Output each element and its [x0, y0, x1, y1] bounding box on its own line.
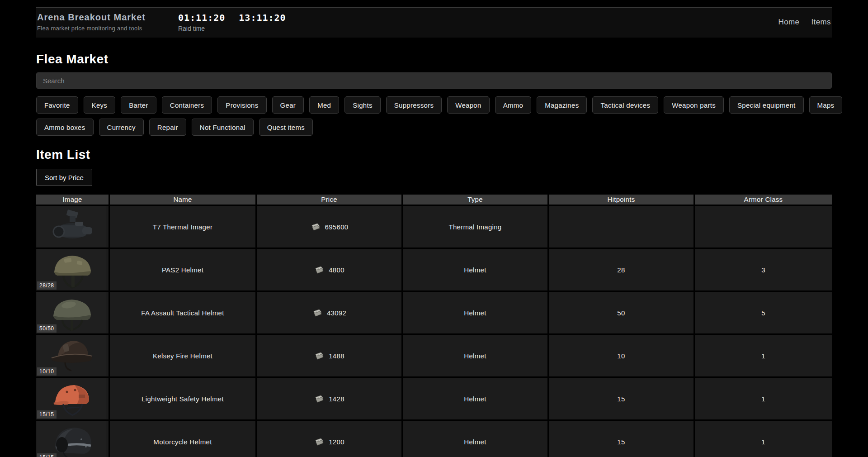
app-container: Arena Breakout Market Flea market price …	[36, 7, 832, 457]
item-price: 4800	[329, 266, 344, 274]
item-price: 1488	[329, 352, 344, 360]
item-price-cell: 1200	[257, 421, 401, 457]
nav-link-home[interactable]: Home	[778, 18, 799, 27]
item-armor-class: 1	[695, 421, 832, 457]
durability-badge: 10/10	[37, 367, 57, 376]
filter-quest-items[interactable]: Quest items	[259, 119, 313, 136]
money-bundle-icon	[314, 395, 325, 403]
table-row-cell-image	[36, 206, 108, 248]
filter-magazines[interactable]: Magazines	[537, 96, 587, 114]
filter-tactical-devices[interactable]: Tactical devices	[592, 96, 658, 114]
item-price-cell: 695600	[257, 206, 401, 248]
item-image-combat-helmet-tan[interactable]: 28/28	[37, 249, 106, 290]
search-bar	[36, 72, 832, 89]
money-bundle-icon	[312, 309, 323, 317]
item-price-cell: 1428	[257, 378, 401, 419]
column-header-type: Type	[403, 195, 547, 205]
item-name: PAS2 Helmet	[110, 249, 255, 290]
table-row-cell-image: 15/15	[36, 421, 108, 457]
money-bundle-icon	[314, 438, 325, 446]
filter-weapon-parts[interactable]: Weapon parts	[664, 96, 724, 114]
filter-favorite[interactable]: Favorite	[36, 96, 78, 114]
item-hitpoints: 50	[549, 292, 693, 333]
item-image-motorcycle-helmet-black[interactable]: 15/15	[37, 421, 106, 457]
item-armor-class	[695, 206, 832, 248]
item-hitpoints	[549, 206, 693, 248]
item-image-thermal-imager[interactable]	[37, 206, 106, 247]
item-armor-class: 1	[695, 335, 832, 376]
search-input[interactable]	[36, 72, 832, 89]
motorcycle-helmet-black-icon	[37, 421, 106, 457]
filter-gear[interactable]: Gear	[272, 96, 304, 114]
column-header-armor-class: Armor Class	[695, 195, 832, 205]
item-price-cell: 43092	[257, 292, 401, 333]
item-name: Kelsey Fire Helmet	[110, 335, 255, 376]
category-filters: Favorite Keys Barter Containers Provisio…	[36, 96, 832, 136]
raid-clock: 01:11:20 13:11:20 Raid time	[178, 12, 286, 32]
filter-ammo[interactable]: Ammo	[495, 96, 532, 114]
filter-sights[interactable]: Sights	[344, 96, 381, 114]
table-row-cell-image: 28/28	[36, 249, 108, 290]
brand-block: Arena Breakout Market Flea market price …	[37, 12, 146, 32]
filter-repair[interactable]: Repair	[149, 119, 186, 136]
item-price: 1200	[329, 438, 344, 446]
filter-ammo-boxes[interactable]: Ammo boxes	[36, 119, 94, 136]
item-image-fire-helmet-dark[interactable]: 10/10	[37, 335, 106, 376]
item-armor-class: 3	[695, 249, 832, 290]
filter-maps[interactable]: Maps	[809, 96, 843, 114]
filter-special-equipment[interactable]: Special equipment	[729, 96, 804, 114]
table-row-cell-image: 50/50	[36, 292, 108, 333]
flea-market-heading: Flea Market	[36, 52, 832, 67]
item-name: T7 Thermal Imager	[110, 206, 255, 248]
item-name: Lightweight Safety Helmet	[110, 378, 255, 419]
column-header-hitpoints: Hitpoints	[549, 195, 693, 205]
item-price: 1428	[329, 395, 344, 403]
item-price-cell: 4800	[257, 249, 401, 290]
item-name: FA Assault Tactical Helmet	[110, 292, 255, 333]
item-type: Helmet	[403, 335, 547, 376]
filter-row-2: Ammo boxes Currency Repair Not Functiona…	[36, 119, 832, 136]
top-navigation: Home Items	[778, 18, 831, 27]
column-header-name: Name	[110, 195, 255, 205]
durability-badge: 15/15	[37, 453, 57, 457]
item-list-heading: Item List	[36, 148, 832, 162]
sort-by-price-button[interactable]: Sort by Price	[36, 169, 92, 186]
item-type: Thermal Imaging	[403, 206, 547, 248]
filter-med[interactable]: Med	[309, 96, 339, 114]
durability-badge: 50/50	[37, 324, 57, 333]
nav-link-items[interactable]: Items	[811, 18, 831, 27]
filter-suppressors[interactable]: Suppressors	[386, 96, 442, 114]
item-hitpoints: 28	[549, 249, 693, 290]
item-type: Helmet	[403, 378, 547, 419]
item-image-safety-helmet-orange[interactable]: 15/15	[37, 378, 106, 419]
item-armor-class: 5	[695, 292, 832, 333]
column-header-price: Price	[257, 195, 401, 205]
column-header-image: Image	[36, 195, 108, 205]
thermal-imager-icon	[37, 206, 106, 247]
app-title: Arena Breakout Market	[37, 12, 146, 23]
filter-containers[interactable]: Containers	[162, 96, 212, 114]
item-hitpoints: 10	[549, 335, 693, 376]
item-price-cell: 1488	[257, 335, 401, 376]
item-type: Helmet	[403, 292, 547, 333]
filter-currency[interactable]: Currency	[99, 119, 144, 136]
durability-badge: 28/28	[37, 281, 57, 290]
filter-provisions[interactable]: Provisions	[217, 96, 266, 114]
item-type: Helmet	[403, 249, 547, 290]
filter-weapon[interactable]: Weapon	[447, 96, 489, 114]
item-name: Motorcycle Helmet	[110, 421, 255, 457]
top-header: Arena Breakout Market Flea market price …	[36, 7, 832, 38]
money-bundle-icon	[314, 266, 325, 274]
filter-not-functional[interactable]: Not Functional	[192, 119, 254, 136]
money-bundle-icon	[310, 223, 321, 231]
item-image-combat-helmet-olive[interactable]: 50/50	[37, 292, 106, 333]
item-type: Helmet	[403, 421, 547, 457]
durability-badge: 15/15	[37, 410, 57, 419]
raid-time-value: 01:11:20	[178, 12, 225, 23]
raid-time-label: Raid time	[178, 25, 286, 32]
filter-barter[interactable]: Barter	[121, 96, 156, 114]
money-bundle-icon	[314, 352, 325, 360]
item-price: 43092	[327, 309, 346, 317]
filter-keys[interactable]: Keys	[84, 96, 116, 114]
item-price: 695600	[325, 223, 349, 231]
